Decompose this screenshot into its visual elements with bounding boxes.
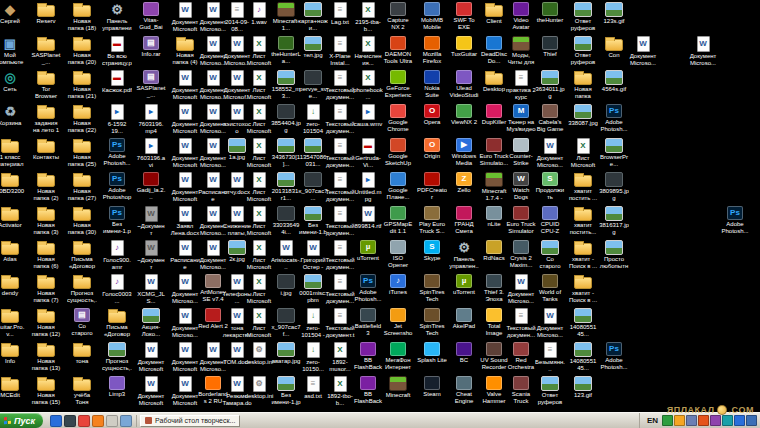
desktop-icon[interactable]: Новая папка (18) — [67, 2, 97, 31]
desktop-icon[interactable]: 330336494i... — [271, 206, 301, 235]
desktop-icon[interactable]: µuTorrent — [353, 240, 383, 262]
desktop-icon[interactable]: Info — [0, 342, 25, 365]
desktop-icon[interactable]: BC — [449, 342, 479, 364]
desktop-icon[interactable]: 3816317.jpg — [599, 206, 629, 235]
desktop-icon[interactable]: Euro Truck Simulato... — [479, 138, 509, 166]
desktop-icon[interactable]: ГРАНД Смета (вер. 4.0) — [449, 206, 479, 234]
desktop-icon[interactable]: Новая папка (30) — [67, 206, 97, 235]
desktop-icon[interactable]: Euro Truck Simulator 2 — [506, 206, 536, 234]
desktop-icon[interactable]: ≡практика 2 курс — [506, 70, 536, 100]
quicklaunch-files[interactable] — [106, 415, 118, 427]
tray-blue-app[interactable] — [734, 415, 745, 426]
desktop-icon[interactable]: Thief 3. Эпоха металла — [479, 274, 509, 302]
desktop-icon[interactable]: 123.gif — [568, 376, 598, 399]
desktop-icon[interactable]: WДокумент Microsoft W... — [170, 2, 200, 32]
desktop-icon[interactable]: ▬Gertruda-Vi... — [353, 138, 383, 168]
desktop-icon[interactable]: ↓zero-101504 — [298, 104, 328, 134]
tray-violet-app[interactable] — [710, 415, 721, 426]
desktop-icon[interactable]: ♪Голос900.amr — [102, 240, 132, 270]
desktop-icon[interactable]: ▣Мой компьютер — [0, 36, 25, 65]
desktop-icon[interactable]: Capture NX 2 — [383, 2, 413, 30]
desktop-icon[interactable]: 0001misc.pbm — [298, 274, 328, 303]
desktop-icon[interactable]: PsБез имени-1.psd — [102, 206, 132, 234]
desktop-icon[interactable]: Ответ руферов на... — [535, 376, 565, 405]
desktop-icon[interactable]: ▤Со старого рабочег... — [67, 308, 97, 336]
desktop-icon[interactable]: Steam — [417, 376, 447, 398]
quicklaunch-orange-app[interactable] — [92, 415, 104, 427]
desktop-icon[interactable]: WДокумент Microsoft W... — [170, 376, 200, 406]
desktop-icon[interactable]: МегаФон Интернет — [383, 342, 413, 370]
desktop-icon[interactable]: XЛист Microsoft Excel (6).xlsx — [244, 172, 274, 202]
desktop-icon[interactable]: Cabela's Big Game Hun... — [535, 104, 565, 132]
desktop-icon[interactable]: MCEdit — [0, 376, 25, 399]
desktop-icon[interactable]: AkelPad — [449, 308, 479, 330]
desktop-icon[interactable]: SWF To EXE Converter — [449, 2, 479, 30]
desktop-icon[interactable]: Vitas-Gud_Bai (mp3xa.ru)... — [136, 2, 166, 30]
desktop-icon[interactable]: W899814.rtf — [353, 206, 383, 230]
start-button[interactable]: Пуск — [0, 413, 43, 428]
desktop-icon[interactable]: PsAdobe Photosh... — [599, 104, 629, 132]
desktop-icon[interactable]: ▸6-1592 19... — [102, 104, 132, 134]
desktop-icon[interactable]: PsAdobe Photosh... — [599, 342, 629, 370]
desktop-icon[interactable]: WXCMG_JLS... — [136, 274, 166, 304]
desktop-icon[interactable]: Battlefield 3 — [353, 308, 383, 336]
desktop-icon[interactable]: SSkype — [417, 240, 447, 262]
desktop-icon[interactable]: PsAdobe Photoshop ... — [102, 172, 132, 200]
tray-blue2-app[interactable] — [746, 415, 757, 426]
tray-teal-app[interactable] — [722, 415, 733, 426]
desktop-icon[interactable]: 1 класс материалы — [0, 138, 25, 167]
desktop-icon[interactable]: ▬Во всю страницу.pdf — [102, 36, 132, 66]
desktop-icon[interactable]: ≡Безымянн... — [535, 342, 565, 372]
desktop-icon[interactable]: GeForce Experience — [383, 70, 413, 98]
desktop-icon[interactable]: хватит постить... — [568, 206, 598, 235]
desktop-icon[interactable]: XЛист Microsoft Excel (10).xlsx — [568, 138, 598, 168]
desktop-icon[interactable]: i.jpg — [271, 274, 301, 297]
desktop-icon[interactable]: Mozilla Firefox — [417, 36, 447, 64]
desktop-icon[interactable]: Thief — [535, 36, 565, 58]
desktop-icon[interactable]: ViewNX 2 — [449, 104, 479, 126]
desktop-icon[interactable]: Ulead VideoStudio 11 — [449, 70, 479, 98]
desktop-icon[interactable]: MobiMB Mobile Media Browser — [417, 2, 447, 30]
desktop-icon[interactable]: Новая папка (21) — [67, 70, 97, 99]
desktop-icon[interactable]: ▸7603196.avi — [136, 138, 166, 168]
desktop-icon[interactable]: XЛист Microsoft Excel.xlsx — [244, 308, 274, 338]
desktop-icon[interactable]: Новая папка (25) — [67, 138, 97, 167]
desktop-icon[interactable]: ◆Сергей — [0, 2, 25, 25]
desktop-icon[interactable]: Без имени-1.jpg — [271, 376, 301, 405]
desktop-icon[interactable]: 3854404.jpg — [271, 104, 301, 133]
desktop-icon[interactable]: Новая папка (15) — [31, 376, 61, 405]
desktop-icon[interactable]: WДокумент Microsoft W... — [170, 104, 200, 134]
desktop-icon[interactable]: WДокумент Microsoft W... — [170, 172, 200, 202]
desktop-icon[interactable]: Письма «Договор с ... — [102, 308, 132, 337]
desktop-icon[interactable]: Google Плане... — [383, 172, 413, 200]
quicklaunch-chrome[interactable] — [78, 415, 90, 427]
desktop-icon[interactable]: ↓zero-10150... — [298, 342, 328, 372]
desktop-icon[interactable]: World of Tanks — [535, 274, 565, 302]
desktop-icon[interactable]: ⚙Панель управлен... — [449, 240, 479, 269]
desktop-icon[interactable]: UV Sound Recorder — [479, 342, 509, 370]
desktop-icon[interactable]: nLite — [479, 206, 509, 228]
desktop-icon[interactable]: ⚙desktop.ini — [244, 342, 274, 366]
desktop-icon[interactable]: Scania Truck Driving Si... — [506, 376, 536, 404]
desktop-icon[interactable]: X1892-musor... — [325, 342, 355, 372]
tray-slate-app[interactable] — [686, 415, 697, 426]
desktop-icon[interactable]: XЛист Microsoft Excel (9).xlsx — [244, 274, 274, 304]
desktop-icon[interactable]: WЗаявл Лена.docx — [170, 206, 200, 236]
desktop-icon[interactable]: ZZello — [449, 172, 479, 194]
desktop-icon[interactable]: SpinTires Tech Demo (June... — [417, 274, 447, 302]
desktop-icon[interactable]: theHunterLa... — [271, 36, 301, 64]
desktop-icon[interactable]: ≡Текстовый документ.txt — [325, 308, 355, 338]
desktop-icon[interactable]: MТюнер на Муз/видео — [506, 104, 536, 132]
desktop-icon[interactable]: ▶Windows Media Player — [449, 138, 479, 166]
desktop-icon[interactable]: WДокумент Microso... — [535, 138, 565, 168]
desktop-icon[interactable]: PsAdobe Photosh... — [720, 206, 750, 234]
desktop-icon[interactable]: Limp3 — [102, 376, 132, 398]
desktop-icon[interactable]: 3634011.jpg — [535, 70, 565, 99]
desktop-icon[interactable]: ≡Lag.txt — [325, 2, 355, 26]
desktop-icon[interactable]: 3809895.jpg — [599, 172, 629, 201]
desktop-icon[interactable]: Nokia Suite — [417, 70, 447, 98]
desktop-icon[interactable]: PDFCreator — [417, 172, 447, 200]
desktop-icon[interactable]: Ответ руферов п... — [568, 2, 598, 31]
desktop-icon[interactable]: theHunter — [535, 2, 565, 24]
desktop-icon[interactable]: 10BD3200 — [0, 172, 25, 195]
